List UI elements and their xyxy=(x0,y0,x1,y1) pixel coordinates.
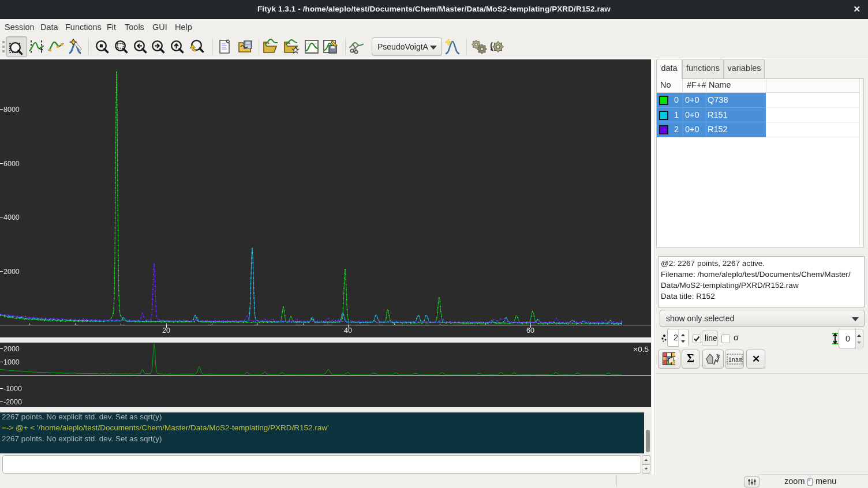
svg-text:Inam: Inam xyxy=(728,357,742,363)
